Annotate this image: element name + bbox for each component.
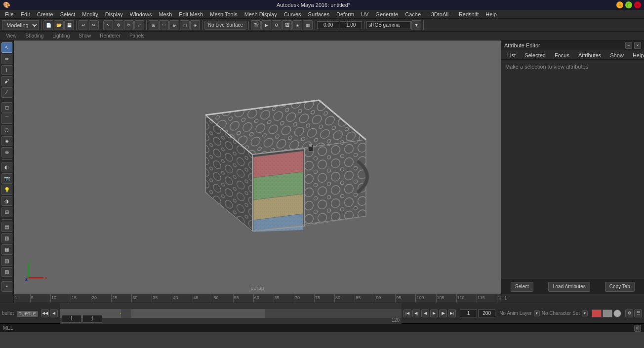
modeling-dropdown[interactable]: Modeling bbox=[2, 20, 39, 30]
menu-item-select[interactable]: Select bbox=[57, 11, 79, 18]
attr-tab-attributes[interactable]: Attributes bbox=[574, 51, 605, 59]
play-forward-btn[interactable]: ▶ bbox=[430, 309, 438, 317]
menu-item-edit-mesh[interactable]: Edit Mesh bbox=[176, 11, 206, 18]
attr-footer-btn-select[interactable]: Select bbox=[511, 282, 533, 292]
loop-tool-btn[interactable]: ⊕ bbox=[1, 147, 12, 157]
misc-btn-small[interactable]: + bbox=[1, 281, 12, 292]
color-swatch-red[interactable] bbox=[592, 309, 602, 317]
move-tool[interactable]: ✥ bbox=[114, 20, 123, 30]
misc-tool-5[interactable]: ▨ bbox=[1, 267, 12, 277]
viewport[interactable]: Y X Z persp bbox=[14, 40, 501, 294]
brush-tool-btn[interactable]: 🖌 bbox=[1, 76, 12, 86]
step-back-btn[interactable]: ◀| bbox=[412, 309, 420, 317]
light-tool-btn[interactable]: 💡 bbox=[1, 185, 12, 195]
attr-editor-minimize[interactable]: − bbox=[625, 42, 632, 49]
menu-item-deform[interactable]: Deform bbox=[333, 11, 357, 18]
current-frame-input[interactable]: 1 bbox=[82, 315, 102, 323]
playback-timeline[interactable]: 1 1 120 bbox=[60, 303, 402, 324]
minimize-button[interactable]: − bbox=[616, 1, 623, 8]
menu-item-display[interactable]: Display bbox=[102, 11, 126, 18]
prev-frame-btn[interactable]: ◀ bbox=[50, 309, 58, 317]
viewport-tab-renderer[interactable]: Renderer bbox=[96, 33, 124, 39]
misc-tool-1[interactable]: ▤ bbox=[1, 222, 12, 232]
menu-item-generate[interactable]: Generate bbox=[372, 11, 401, 18]
viewport-tab-show[interactable]: Show bbox=[75, 33, 95, 39]
snap-surface[interactable]: ◻ bbox=[180, 20, 190, 30]
hypershade[interactable]: ◈ bbox=[292, 20, 302, 30]
srgb-input[interactable]: sRGB gamma bbox=[366, 21, 411, 29]
anim-layer-dropdown[interactable]: ▼ bbox=[534, 310, 540, 316]
material-tool-btn[interactable]: ◑ bbox=[1, 196, 12, 206]
jump-start-btn[interactable]: |◀ bbox=[403, 309, 411, 317]
misc-tool-2[interactable]: ▥ bbox=[1, 233, 12, 243]
attr-tab-help[interactable]: Help bbox=[629, 51, 644, 59]
menu-item-uv[interactable]: UV bbox=[358, 11, 371, 18]
srgb-dropdown[interactable]: ▼ bbox=[411, 20, 421, 30]
color-swatch-gray[interactable] bbox=[603, 309, 612, 317]
script-editor-btn[interactable]: ⊞ bbox=[634, 325, 641, 332]
extra-btn-1[interactable]: ⚙ bbox=[625, 309, 633, 317]
select-tool-btn[interactable]: ↖ bbox=[1, 42, 12, 53]
rotate-tool[interactable]: ↻ bbox=[124, 20, 134, 30]
viewport-tab-view[interactable]: View bbox=[2, 33, 21, 39]
snap-curve[interactable]: ◠ bbox=[159, 20, 169, 30]
attr-tab-show[interactable]: Show bbox=[606, 51, 628, 59]
prev-play-btn[interactable]: ◀◀ bbox=[41, 309, 49, 317]
save-btn[interactable]: 💾 bbox=[64, 20, 74, 30]
select-tool[interactable]: ↖ bbox=[103, 20, 113, 30]
menu-item-mesh[interactable]: Mesh bbox=[156, 11, 175, 18]
attr-editor-close[interactable]: × bbox=[634, 42, 641, 49]
timeline-ruler[interactable]: 1510152025303540455055606570758085909510… bbox=[14, 294, 501, 303]
attr-tab-focus[interactable]: Focus bbox=[551, 51, 573, 59]
attr-tab-selected[interactable]: Selected bbox=[521, 51, 550, 59]
menu-item-file[interactable]: File bbox=[2, 11, 17, 18]
curve-tool-btn[interactable]: ⌒ bbox=[1, 114, 12, 124]
color-swatch-circle[interactable] bbox=[613, 309, 621, 317]
misc-tool-4[interactable]: ▧ bbox=[1, 256, 12, 266]
snap-live[interactable]: ◈ bbox=[190, 20, 200, 30]
undo-btn[interactable]: ↩ bbox=[79, 20, 88, 30]
menu-item-surfaces[interactable]: Surfaces bbox=[305, 11, 332, 18]
maximize-button[interactable]: □ bbox=[625, 1, 632, 8]
render-scene[interactable]: 🎬 bbox=[251, 20, 261, 30]
menu-item-mesh-tools[interactable]: Mesh Tools bbox=[207, 11, 240, 18]
range-start-input[interactable]: 1 bbox=[460, 309, 477, 317]
lasso-tool-btn[interactable]: ⌇ bbox=[1, 65, 12, 76]
attr-footer-btn-load-attributes[interactable]: Load Attributes bbox=[548, 282, 590, 292]
char-set-dropdown[interactable]: ▼ bbox=[582, 310, 588, 316]
render-view[interactable]: 🖼 bbox=[282, 20, 292, 30]
redo-btn[interactable]: ↪ bbox=[89, 20, 99, 30]
render-tool-btn[interactable]: ◐ bbox=[1, 162, 12, 172]
render-settings[interactable]: ⚙ bbox=[272, 20, 282, 30]
play-back-btn[interactable]: ◀ bbox=[421, 309, 429, 317]
menu-item-cache[interactable]: Cache bbox=[402, 11, 424, 18]
shape-tool-btn[interactable]: ◻ bbox=[1, 102, 12, 113]
extra-btn-2[interactable]: ☰ bbox=[634, 309, 642, 317]
start-frame-input[interactable]: 1 bbox=[62, 315, 81, 323]
menu-item-edit[interactable]: Edit bbox=[18, 11, 33, 18]
render-seq[interactable]: ▶ bbox=[261, 20, 271, 30]
extrude-tool-btn[interactable]: ⬡ bbox=[1, 125, 12, 135]
new-btn[interactable]: 📄 bbox=[43, 20, 53, 30]
close-button[interactable]: × bbox=[634, 1, 641, 8]
viewport-tab-lighting[interactable]: Lighting bbox=[48, 33, 74, 39]
snap-grid[interactable]: ⊞ bbox=[149, 20, 159, 30]
bevel-tool-btn[interactable]: ◈ bbox=[1, 136, 12, 147]
scale-tool[interactable]: ⤢ bbox=[134, 20, 144, 30]
menu-item-create[interactable]: Create bbox=[34, 11, 56, 18]
camera-tool-btn[interactable]: 📷 bbox=[1, 173, 12, 184]
menu-item-help[interactable]: Help bbox=[483, 11, 500, 18]
misc-tool-3[interactable]: ▦ bbox=[1, 244, 12, 255]
paint-tool-btn[interactable]: ✏ bbox=[1, 54, 12, 64]
open-btn[interactable]: 📂 bbox=[54, 20, 64, 30]
step-fwd-btn[interactable]: |▶ bbox=[439, 309, 447, 317]
attr-footer-btn-copy-tab[interactable]: Copy Tab bbox=[605, 282, 635, 292]
viewport-tab-panels[interactable]: Panels bbox=[125, 33, 149, 39]
menu-item-windows[interactable]: Windows bbox=[127, 11, 155, 18]
menu-item-curves[interactable]: Curves bbox=[281, 11, 304, 18]
knife-tool-btn[interactable]: ∕ bbox=[1, 87, 12, 98]
value-field-2[interactable]: 1.00 bbox=[340, 21, 362, 29]
snap-point[interactable]: ⊕ bbox=[169, 20, 179, 30]
menu-item-redshift[interactable]: Redshift bbox=[456, 11, 482, 18]
viewport-tab-shading[interactable]: Shading bbox=[22, 33, 48, 39]
